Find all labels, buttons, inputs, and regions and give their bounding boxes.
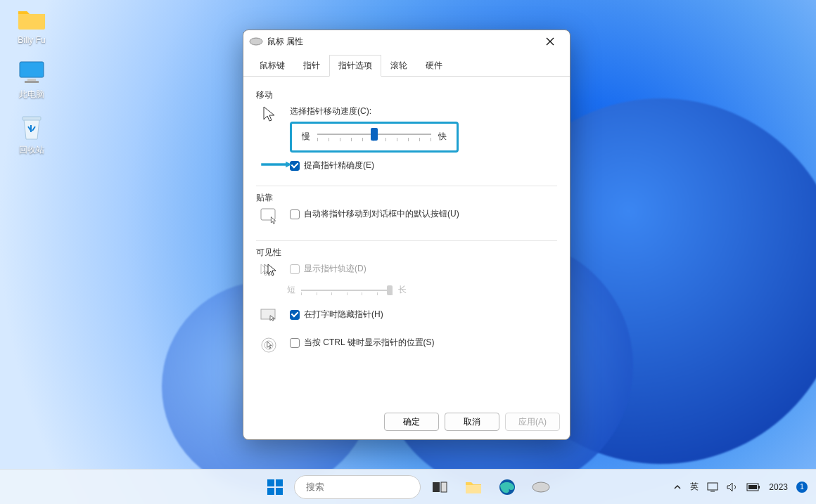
group-snap: 自动将指针移动到对话框中的默认按钮(U)	[256, 208, 557, 241]
file-explorer-button[interactable]	[459, 472, 488, 502]
desktop-icons: Billy Fu 此电脑 回收站	[7, 4, 56, 169]
svg-point-4	[250, 38, 262, 45]
desktop-icon-label: Billy Fu	[18, 35, 45, 45]
desktop-icon-label: 此电脑	[19, 89, 44, 101]
windows-logo-icon	[266, 478, 284, 496]
tab-wheel[interactable]: 滚轮	[381, 55, 416, 77]
trails-icon	[256, 263, 283, 278]
task-view-icon	[432, 480, 447, 494]
search-input[interactable]	[306, 482, 424, 492]
speed-slow-label: 慢	[302, 131, 310, 143]
svg-rect-21	[466, 485, 481, 493]
ime-indicator[interactable]: 英	[690, 481, 699, 493]
svg-rect-19	[433, 482, 440, 492]
annotation-arrow-icon	[257, 161, 295, 168]
dialog-title: 鼠标 属性	[267, 36, 536, 48]
group-label-snap: 贴靠	[256, 192, 557, 204]
svg-rect-20	[441, 482, 447, 492]
network-icon[interactable]	[707, 482, 718, 492]
trails-length-slider: 短 长	[287, 284, 557, 296]
checkbox-icon	[290, 209, 300, 219]
checkbox-label: 当按 CTRL 键时显示指针的位置(S)	[304, 337, 435, 349]
trails-short-label: 短	[287, 284, 295, 296]
svg-rect-10	[267, 479, 274, 486]
trails-long-label: 长	[398, 284, 407, 296]
start-button[interactable]	[260, 472, 290, 502]
task-view-button[interactable]	[425, 472, 454, 502]
tray-overflow-button[interactable]	[673, 483, 682, 491]
checkbox-label: 自动将指针移动到对话框中的默认按钮(U)	[304, 208, 459, 220]
mouse-icon	[532, 481, 550, 493]
edge-button[interactable]	[492, 472, 522, 502]
monitor-icon	[17, 58, 46, 87]
group-motion: 选择指针移动速度(C): 慢 快	[256, 105, 557, 186]
battery-icon[interactable]	[746, 483, 760, 491]
tab-hardware[interactable]: 硬件	[416, 55, 452, 77]
desktop-icon-recycle-bin[interactable]: 回收站	[7, 113, 56, 156]
svg-rect-24	[708, 483, 718, 490]
taskbar-center	[260, 472, 556, 502]
tab-pointer-options[interactable]: 指针选项	[329, 55, 381, 77]
svg-point-23	[533, 482, 549, 492]
svg-rect-28	[748, 485, 757, 489]
svg-rect-13	[276, 488, 283, 495]
recycle-bin-icon	[17, 113, 46, 143]
group-label-visibility: 可见性	[256, 247, 557, 259]
close-icon	[546, 37, 554, 46]
speed-fast-label: 快	[438, 131, 447, 143]
hide-typing-icon	[256, 309, 283, 324]
volume-icon[interactable]	[727, 482, 738, 492]
svg-rect-27	[758, 486, 760, 489]
pointer-speed-label: 选择指针移动速度(C):	[290, 105, 557, 117]
pointer-speed-slider[interactable]	[317, 128, 431, 145]
mouse-properties-dialog: 鼠标 属性 鼠标键 指针 指针选项 滚轮 硬件 移动 选择指针移动速度(C): …	[243, 30, 570, 440]
mouse-settings-button[interactable]	[526, 472, 556, 502]
edge-icon	[499, 479, 516, 496]
ctrl-locate-icon	[256, 337, 283, 355]
badge-count: 1	[796, 482, 808, 493]
dialog-button-row: 确定 取消 应用(A)	[243, 404, 570, 439]
clock[interactable]: 2023	[769, 482, 788, 492]
svg-rect-0	[20, 62, 44, 77]
checkbox-label: 在打字时隐藏指针(H)	[304, 309, 383, 321]
desktop-icon-label: 回收站	[19, 144, 44, 156]
cancel-button[interactable]: 取消	[445, 413, 499, 431]
apply-button[interactable]: 应用(A)	[505, 413, 560, 431]
checkbox-pointer-trails[interactable]: 显示指针轨迹(D)	[290, 263, 557, 275]
slider-thumb[interactable]	[371, 128, 378, 141]
ok-button[interactable]: 确定	[384, 413, 439, 431]
svg-rect-2	[25, 81, 39, 83]
group-visibility: 显示指针轨迹(D) 短 长 在打字时隐藏指针(H)	[256, 263, 557, 355]
desktop-icon-this-pc[interactable]: 此电脑	[7, 58, 56, 101]
svg-rect-3	[23, 117, 41, 120]
tab-buttons[interactable]: 鼠标键	[250, 55, 294, 77]
taskbar-search[interactable]	[294, 475, 421, 499]
dialog-body: 移动 选择指针移动速度(C): 慢 快	[243, 77, 570, 404]
folder-icon	[17, 4, 46, 34]
checkbox-ctrl-locate[interactable]: 当按 CTRL 键时显示指针的位置(S)	[290, 337, 557, 349]
chevron-up-icon	[673, 483, 682, 491]
checkbox-snap-to-default[interactable]: 自动将指针移动到对话框中的默认按钮(U)	[290, 208, 557, 220]
close-button[interactable]	[536, 32, 564, 51]
checkbox-icon	[290, 310, 300, 320]
checkbox-hide-while-typing[interactable]: 在打字时隐藏指针(H)	[290, 309, 557, 321]
pointer-speed-highlight: 慢 快	[290, 122, 459, 153]
checkbox-label: 提高指针精确度(E)	[304, 160, 374, 172]
cursor-icon	[256, 105, 283, 122]
tab-pointers[interactable]: 指针	[294, 55, 329, 77]
checkbox-icon	[290, 338, 300, 348]
snap-icon	[256, 208, 283, 226]
folder-icon	[464, 479, 483, 495]
notification-badge[interactable]: 1	[796, 482, 808, 493]
titlebar[interactable]: 鼠标 属性	[243, 30, 570, 53]
checkbox-icon	[290, 264, 300, 274]
checkbox-enhance-precision[interactable]: 提高指针精确度(E)	[290, 160, 557, 172]
desktop-icon-folder[interactable]: Billy Fu	[7, 4, 56, 45]
system-tray: 英 2023 1	[673, 481, 808, 493]
group-label-motion: 移动	[256, 89, 557, 101]
checkbox-label: 显示指针轨迹(D)	[304, 263, 366, 275]
svg-rect-1	[27, 79, 36, 81]
svg-rect-11	[276, 479, 283, 486]
tab-strip: 鼠标键 指针 指针选项 滚轮 硬件	[243, 53, 570, 77]
taskbar: 英 2023 1	[0, 469, 816, 504]
